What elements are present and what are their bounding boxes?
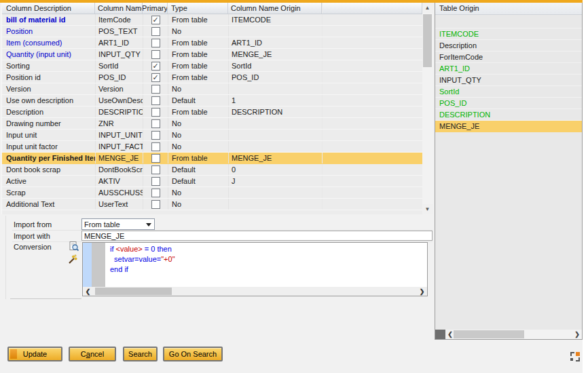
table-row[interactable]: DescriptionDESCRIPTIONFrom tableDESCRIPT… <box>2 106 422 118</box>
table-row[interactable]: ScrapAUSSCHUSSNo <box>2 187 422 199</box>
primary-checkbox[interactable] <box>151 142 160 151</box>
grid-cell <box>322 118 422 129</box>
header-column-description[interactable]: Column Description <box>2 3 95 14</box>
origin-item[interactable]: POS_ID <box>435 98 582 109</box>
cancel-button[interactable]: Cancel <box>69 347 116 361</box>
scroll-left-arrow-icon[interactable]: ❮ <box>84 287 92 296</box>
grid-cell: From table <box>168 49 228 60</box>
grid-cell <box>228 199 322 210</box>
table-row[interactable]: Position idPOS_ID✓From tablePOS_ID <box>2 72 422 83</box>
table-row[interactable]: SortingSortId✓From tableSortId <box>2 60 422 72</box>
search-button-label: Search <box>128 350 152 358</box>
primary-checkbox[interactable] <box>151 154 160 163</box>
primary-checkbox[interactable] <box>151 108 160 117</box>
table-row[interactable]: VersionVersionNo <box>2 83 422 95</box>
table-row[interactable]: bill of material idItemCode✓From tableIT… <box>2 14 422 26</box>
table-row[interactable]: Quantity per Finished ItemMENGE_JEFrom t… <box>2 153 422 164</box>
header-column-name[interactable]: Column Name <box>95 3 143 14</box>
scroll-right-arrow-icon[interactable]: ❯ <box>572 330 582 339</box>
primary-checkbox[interactable] <box>151 27 160 36</box>
scroll-right-arrow-icon[interactable]: ❯ <box>418 287 426 296</box>
table-row[interactable]: Quantity (input unit)INPUT_QTYFrom table… <box>2 49 422 60</box>
primary-checkbox[interactable] <box>151 165 160 174</box>
origin-item[interactable]: MENGE_JE <box>435 121 582 132</box>
preview-zoom-icon[interactable] <box>69 241 79 252</box>
grid-cell: UseOwnDescription <box>95 95 143 106</box>
search-button[interactable]: Search <box>123 347 158 361</box>
origin-item[interactable]: ForItemCode <box>435 52 582 63</box>
primary-checkbox[interactable]: ✓ <box>151 16 160 24</box>
update-button-label: Update <box>23 350 47 358</box>
origin-item[interactable]: DESCRIPTION <box>435 109 582 121</box>
resize-grip-icon[interactable] <box>570 351 581 362</box>
grid-cell: Use own description <box>2 95 95 106</box>
primary-checkbox[interactable] <box>151 189 160 197</box>
primary-checkbox[interactable] <box>151 119 160 128</box>
table-row[interactable]: ActiveAKTIVDefaultJ <box>2 176 422 187</box>
header-type[interactable]: Type <box>168 3 228 14</box>
grid-cell <box>322 14 422 25</box>
origin-item[interactable]: INPUT_QTY <box>435 75 582 86</box>
table-row[interactable]: Drawing numberZNRNo <box>2 118 422 130</box>
grid-cell: From table <box>168 37 228 48</box>
primary-checkbox[interactable] <box>151 50 160 59</box>
grid-cell <box>228 130 322 140</box>
editor-horizontal-scrollbar[interactable]: ❮ ❯ <box>83 287 427 296</box>
grid-cell: INPUT_FACTOR <box>95 141 143 152</box>
table-row[interactable]: Item (consumed)ART1_IDFrom tableART1_ID <box>2 37 422 49</box>
origin-item[interactable]: Description <box>435 40 582 52</box>
scrollbar-thumb[interactable] <box>95 288 172 295</box>
primary-checkbox[interactable]: ✓ <box>151 73 160 82</box>
grid-cell: Version <box>2 83 95 94</box>
origin-item[interactable]: ITEMCODE <box>435 28 582 40</box>
primary-checkbox[interactable] <box>151 177 160 186</box>
grid-cell: POS_ID <box>95 72 143 83</box>
grid-cell: Drawing number <box>2 118 95 129</box>
primary-checkbox[interactable] <box>151 85 160 94</box>
grid-cell: POS_ID <box>228 72 322 83</box>
table-row[interactable]: Dont book scrapDontBookScrapDefault0 <box>2 164 422 176</box>
table-row[interactable]: Input unitINPUT_UNITNo <box>2 130 422 141</box>
grid-cell: Scrap <box>2 187 95 198</box>
primary-checkbox[interactable] <box>151 39 160 47</box>
import-with-input[interactable] <box>81 231 433 241</box>
grid-cell: Active <box>2 176 95 186</box>
grid-cell <box>143 199 168 210</box>
form-left-border <box>5 216 6 299</box>
grid-cell <box>143 37 168 48</box>
primary-checkbox[interactable] <box>151 96 160 105</box>
import-from-label: Import from <box>14 220 52 229</box>
primary-checkbox[interactable]: ✓ <box>151 62 160 71</box>
header-column-name-origin[interactable]: Column Name Origin <box>228 3 322 14</box>
grid-cell <box>143 141 168 152</box>
go-on-search-button[interactable]: Go On Search <box>163 347 223 361</box>
grid-vertical-scrollbar[interactable]: ▲ ▼ <box>422 3 433 214</box>
grid-cell: Quantity (input unit) <box>2 49 95 60</box>
table-row[interactable]: Input unit factorINPUT_FACTORNo <box>2 141 422 153</box>
origin-item[interactable]: SortId <box>435 86 582 98</box>
update-button[interactable]: Update <box>7 347 62 361</box>
scrollbar-thumb[interactable] <box>454 330 524 338</box>
table-row[interactable]: Additional TextUserTextNo <box>2 199 422 210</box>
grid-cell: Version <box>95 83 143 94</box>
header-primary[interactable]: Primary <box>143 3 168 14</box>
scroll-up-arrow-icon[interactable]: ▲ <box>422 3 433 13</box>
grid-cell <box>322 176 422 186</box>
conversion-code-editor[interactable]: if <value> = 0 then setvar=value="+0"end… <box>82 242 428 296</box>
origin-horizontal-scrollbar[interactable]: ❮ ❯ <box>435 330 582 339</box>
grid-cell: Item (consumed) <box>2 37 95 48</box>
scrollbar-thumb[interactable] <box>423 14 432 67</box>
magic-wand-icon[interactable] <box>67 254 77 264</box>
table-row[interactable]: Use own descriptionUseOwnDescriptionDefa… <box>2 95 422 106</box>
primary-checkbox[interactable] <box>151 200 160 209</box>
grid-cell: SortId <box>228 60 322 71</box>
table-row[interactable]: PositionPOS_TEXTNo <box>2 26 422 37</box>
grid-header-row: Column Description Column Name Primary T… <box>2 3 422 14</box>
scroll-down-arrow-icon[interactable]: ▼ <box>422 204 433 214</box>
import-from-select[interactable]: From table <box>81 218 155 230</box>
origin-item[interactable]: ART1_ID <box>435 63 582 75</box>
primary-checkbox[interactable] <box>151 131 160 140</box>
origin-empty-row <box>435 15 582 28</box>
grid-cell: No <box>168 187 228 198</box>
grid-cell <box>322 60 422 71</box>
